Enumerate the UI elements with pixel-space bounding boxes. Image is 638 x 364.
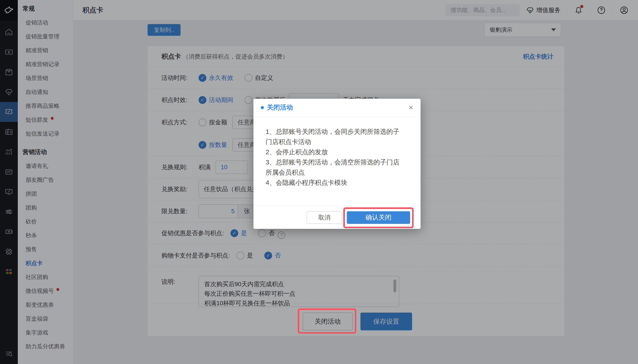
cancel-button[interactable]: 取消 (307, 211, 342, 224)
modal-line: 2、会停止积点的发放 (266, 147, 409, 157)
modal-body: 1、总部账号关闭活动，会同步关闭所筛选的子 门店积点卡活动 2、会停止积点的发放… (253, 116, 421, 188)
modal-line: 1、总部账号关闭活动，会同步关闭所筛选的子 (266, 126, 409, 137)
modal-line: 门店积点卡活动 (266, 137, 409, 147)
modal-title-bullet (261, 106, 264, 109)
close-icon[interactable]: × (409, 104, 413, 112)
modal-line: 所属会员积点 (266, 167, 409, 178)
modal-title: 关闭活动 (267, 103, 293, 112)
modal-line: 4、会隐藏小程序积点卡模块 (266, 178, 409, 188)
close-activity-modal: 关闭活动 × 1、总部账号关闭活动，会同步关闭所筛选的子 门店积点卡活动 2、会… (253, 99, 421, 229)
modal-line: 3、总部账号关闭活动，会清空所筛选的子门店 (266, 157, 409, 167)
confirm-close-button[interactable]: 确认关闭 (347, 211, 410, 224)
